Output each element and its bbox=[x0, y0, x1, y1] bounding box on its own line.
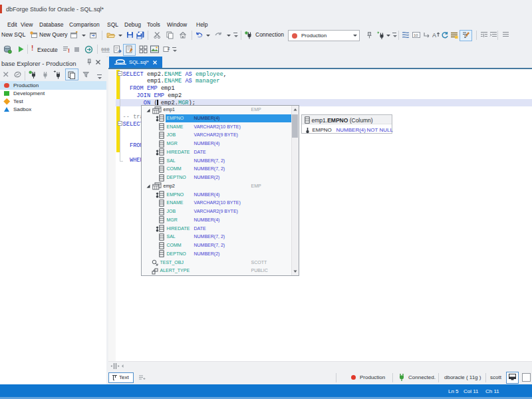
svg-text:z: z bbox=[168, 46, 170, 51]
svg-text:!: ! bbox=[68, 47, 70, 53]
svg-text:A: A bbox=[432, 32, 436, 39]
svg-text:000: 000 bbox=[101, 47, 110, 53]
svg-text:10: 10 bbox=[414, 33, 418, 37]
